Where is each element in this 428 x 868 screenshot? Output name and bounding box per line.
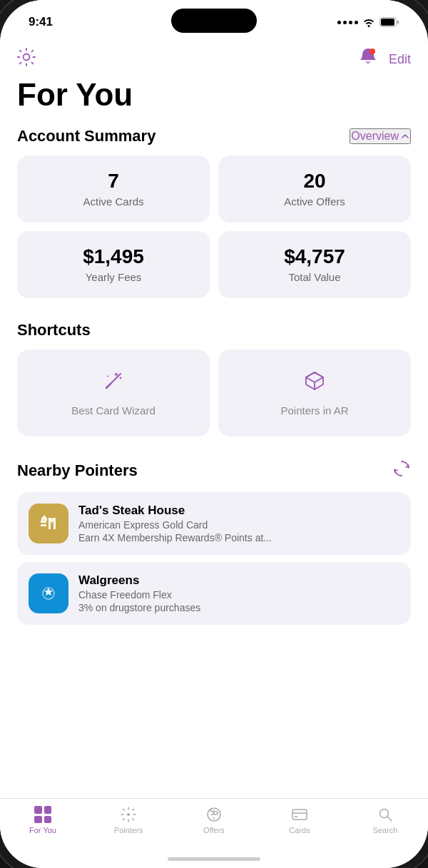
pointers-tab-icon [120,806,137,823]
walgreens-info: Walgreens Chase Freedom Flex 3% on drugs… [78,573,399,613]
account-summary-section: Account Summary Overview 7 Active Cards … [17,127,411,298]
active-offers-number: 20 [230,170,399,193]
yearly-fees-number: $1,495 [29,245,198,268]
home-indicator [168,857,260,861]
best-card-wizard-label: Best Card Wizard [71,404,156,417]
total-value-card[interactable]: $4,757 Total Value [218,231,411,298]
top-bar: Edit [0,39,428,77]
summary-grid: 7 Active Cards 20 Active Offers $1,495 Y… [17,155,411,298]
active-cards-label: Active Cards [83,195,143,208]
svg-rect-1 [381,19,394,26]
wifi-icon [362,17,375,27]
tab-for-you[interactable]: For You [0,806,86,834]
tab-for-you-label: For You [29,826,56,834]
cards-tab-icon [291,806,308,823]
account-summary-header: Account Summary Overview [17,127,411,145]
tab-cards-label: Cards [289,826,310,834]
active-offers-label: Active Offers [284,195,345,208]
shortcuts-grid: Best Card Wizard Pointers in AR [17,349,411,436]
nearby-list: Tad's Steak House American Express Gold … [17,492,411,625]
svg-rect-6 [41,524,46,526]
nearby-pointers-section: Nearby Pointers [17,459,411,625]
settings-icon[interactable] [17,48,36,71]
account-summary-title: Account Summary [17,127,156,145]
for-you-grid-icon [34,806,51,823]
status-time: 9:41 [29,15,53,29]
total-value-number: $4,757 [230,245,399,268]
nearby-pointers-title: Nearby Pointers [17,461,138,480]
walgreens-card: Chase Freedom Flex [78,589,399,601]
walgreens-logo [29,573,68,613]
main-content: For You Account Summary Overview 7 Activ… [0,77,428,868]
cube-icon [303,369,326,397]
tab-offers[interactable]: Offers [171,806,257,834]
dynamic-island [171,9,257,33]
walgreens-name: Walgreens [78,573,399,588]
phone-frame: 9:41 [0,0,428,868]
best-card-wizard-shortcut[interactable]: Best Card Wizard [17,349,210,436]
tab-pointers-label: Pointers [114,826,143,834]
svg-line-4 [106,384,111,388]
yearly-fees-label: Yearly Fees [86,271,142,283]
shortcuts-title: Shortcuts [17,321,91,339]
overview-button[interactable]: Overview [350,128,411,144]
active-cards-card[interactable]: 7 Active Cards [17,155,210,223]
tab-search-label: Search [373,826,398,834]
tads-card: American Express Gold Card [78,519,399,531]
yearly-fees-card[interactable]: $1,495 Yearly Fees [17,231,210,298]
nearby-pointers-header: Nearby Pointers [17,459,411,482]
svg-rect-5 [41,521,46,523]
svg-point-8 [127,813,130,816]
pointers-in-ar-label: Pointers in AR [280,404,348,417]
tads-info: Tad's Steak House American Express Gold … [78,504,399,543]
svg-point-2 [370,48,375,54]
status-icons [337,17,399,27]
active-cards-number: 7 [29,170,198,193]
tab-cards[interactable]: Cards [257,806,342,834]
nearby-item-walgreens[interactable]: Walgreens Chase Freedom Flex 3% on drugs… [17,562,411,625]
page-title: For You [17,77,411,113]
nearby-item-tads[interactable]: Tad's Steak House American Express Gold … [17,492,411,555]
pointers-in-ar-shortcut[interactable]: Pointers in AR [218,349,411,436]
walgreens-offer: 3% on drugstore purchases [78,602,399,613]
edit-button[interactable]: Edit [389,52,411,67]
tads-name: Tad's Steak House [78,504,399,518]
refresh-icon[interactable] [392,459,411,482]
tab-offers-label: Offers [203,826,225,834]
shortcuts-header: Shortcuts [17,321,411,339]
active-offers-card[interactable]: 20 Active Offers [218,155,411,223]
signal-icon [337,21,358,24]
notification-bell-icon[interactable] [359,47,377,71]
screen: 9:41 [0,0,428,868]
svg-rect-10 [292,810,307,820]
total-value-label: Total Value [288,271,340,283]
top-right-actions: Edit [359,47,411,71]
svg-line-14 [387,817,392,821]
shortcuts-section: Shortcuts Best Car [17,321,411,436]
tab-pointers[interactable]: Pointers [86,806,171,834]
wand-icon [102,369,125,397]
search-tab-icon [377,806,394,823]
battery-icon [379,17,399,27]
offers-tab-icon [205,806,223,823]
tads-logo [29,504,68,543]
tads-offer: Earn 4X Membership Rewards® Points at... [78,532,399,543]
tab-search[interactable]: Search [342,806,428,834]
